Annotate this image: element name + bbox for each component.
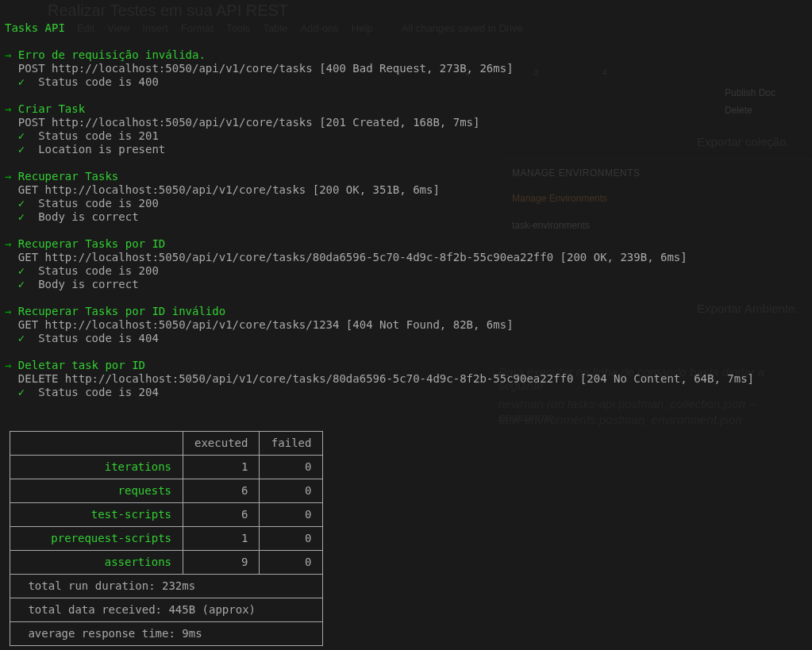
assertion-text: Status code is 404 bbox=[38, 332, 159, 344]
table-row: assertions90 bbox=[10, 551, 323, 575]
request-line: GET http://localhost:5050/api/v1/core/ta… bbox=[18, 318, 514, 331]
check-icon: ✓ bbox=[18, 75, 25, 88]
request-line: POST http://localhost:5050/api/v1/core/t… bbox=[18, 62, 514, 75]
row-failed: 0 bbox=[260, 551, 323, 575]
test-block: → Recuperar Tasks por ID inválido GET ht… bbox=[5, 305, 807, 345]
assertion-text: Body is correct bbox=[38, 210, 138, 223]
table-header-failed: failed bbox=[260, 432, 323, 456]
arrow-icon: → bbox=[5, 359, 18, 371]
assertion-text: Status code is 204 bbox=[38, 386, 159, 398]
check-icon: ✓ bbox=[18, 129, 25, 142]
request-line: DELETE http://localhost:5050/api/v1/core… bbox=[18, 372, 754, 385]
collection-title: Tasks API bbox=[5, 21, 807, 35]
row-executed: 1 bbox=[183, 456, 260, 479]
arrow-icon: → bbox=[5, 48, 18, 61]
arrow-icon: → bbox=[5, 170, 18, 183]
test-block: → Erro de requisição inválida. POST http… bbox=[5, 48, 807, 89]
test-name: Recuperar Tasks por ID bbox=[18, 237, 165, 250]
test-name: Recuperar Tasks por ID inválido bbox=[18, 305, 225, 317]
row-label: prerequest-scripts bbox=[10, 527, 183, 551]
row-failed: 0 bbox=[260, 479, 323, 503]
row-label: test-scripts bbox=[10, 503, 183, 527]
table-row: prerequest-scripts10 bbox=[10, 527, 323, 551]
row-label: requests bbox=[10, 479, 183, 503]
arrow-icon: → bbox=[5, 237, 18, 250]
assertion-text: Status code is 200 bbox=[38, 197, 159, 210]
assertion-text: Status code is 400 bbox=[38, 75, 159, 88]
table-header-executed: executed bbox=[183, 432, 260, 456]
row-executed: 1 bbox=[183, 527, 260, 551]
check-icon: ✓ bbox=[18, 210, 25, 223]
table-header-blank bbox=[10, 432, 183, 456]
check-icon: ✓ bbox=[18, 264, 25, 277]
test-name: Criar Task bbox=[18, 102, 85, 115]
test-name: Recuperar Tasks bbox=[18, 170, 118, 183]
total-line: total run duration: 232ms bbox=[10, 575, 323, 598]
check-icon: ✓ bbox=[18, 197, 25, 210]
row-failed: 0 bbox=[260, 503, 323, 527]
assertion-text: Status code is 201 bbox=[38, 129, 159, 142]
request-line: GET http://localhost:5050/api/v1/core/ta… bbox=[18, 251, 687, 263]
table-total-row: total data received: 445B (approx) bbox=[10, 598, 323, 622]
row-failed: 0 bbox=[260, 527, 323, 551]
check-icon: ✓ bbox=[18, 278, 25, 290]
row-label: iterations bbox=[10, 456, 183, 479]
row-executed: 6 bbox=[183, 503, 260, 527]
total-line: average response time: 9ms bbox=[10, 622, 323, 646]
test-block: → Recuperar Tasks por ID GET http://loca… bbox=[5, 237, 807, 291]
table-header-row: executed failed bbox=[10, 432, 323, 456]
request-line: POST http://localhost:5050/api/v1/core/t… bbox=[18, 116, 480, 129]
test-block: → Deletar task por ID DELETE http://loca… bbox=[5, 359, 807, 399]
assertion-text: Location is present bbox=[38, 143, 165, 156]
table-row: requests60 bbox=[10, 479, 323, 503]
table-row: test-scripts60 bbox=[10, 503, 323, 527]
check-icon: ✓ bbox=[18, 143, 25, 156]
test-name: Erro de requisição inválida. bbox=[18, 48, 206, 61]
row-failed: 0 bbox=[260, 456, 323, 479]
terminal-output: Tasks API → Erro de requisição inválida.… bbox=[0, 0, 812, 650]
request-line: GET http://localhost:5050/api/v1/core/ta… bbox=[18, 183, 440, 196]
check-icon: ✓ bbox=[18, 386, 25, 398]
table-total-row: total run duration: 232ms bbox=[10, 575, 323, 598]
row-label: assertions bbox=[10, 551, 183, 575]
check-icon: ✓ bbox=[18, 332, 25, 344]
test-block: → Criar Task POST http://localhost:5050/… bbox=[5, 102, 807, 156]
table-total-row: average response time: 9ms bbox=[10, 622, 323, 646]
row-executed: 6 bbox=[183, 479, 260, 503]
row-executed: 9 bbox=[183, 551, 260, 575]
arrow-icon: → bbox=[5, 102, 18, 115]
total-line: total data received: 445B (approx) bbox=[10, 598, 323, 622]
test-name: Deletar task por ID bbox=[18, 359, 145, 371]
table-row: iterations10 bbox=[10, 456, 323, 479]
arrow-icon: → bbox=[5, 305, 18, 317]
test-block: → Recuperar Tasks GET http://localhost:5… bbox=[5, 170, 807, 224]
summary-table: executed failed iterations10requests60te… bbox=[10, 431, 323, 646]
assertion-text: Body is correct bbox=[38, 278, 138, 290]
assertion-text: Status code is 200 bbox=[38, 264, 159, 277]
